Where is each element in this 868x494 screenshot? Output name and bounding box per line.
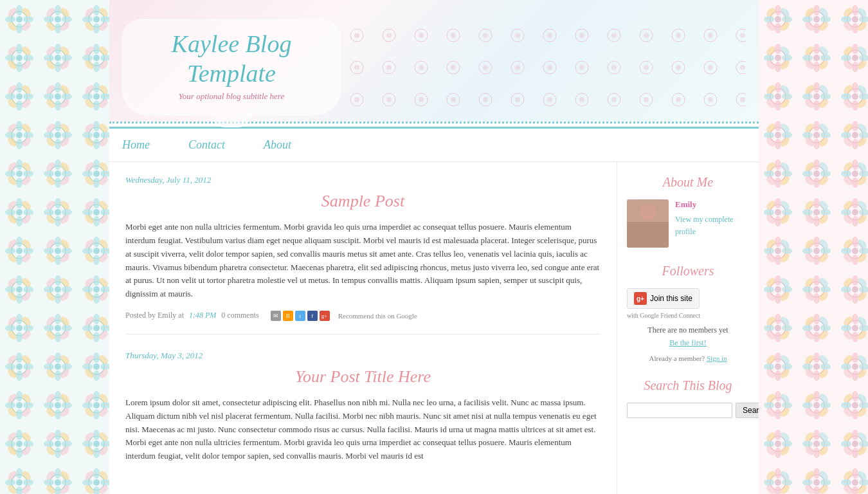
- sidebar: About Me Emily View my complete profile …: [617, 162, 759, 494]
- post-1-body: Morbi eget ante non nulla ultricies ferm…: [125, 221, 601, 301]
- search-box: Search: [627, 403, 749, 418]
- nav-home[interactable]: Home: [122, 138, 150, 152]
- blog-subtitle: Your optional blog subtitle here: [149, 91, 314, 102]
- join-site-button[interactable]: g+ Join this site: [627, 288, 700, 309]
- facebook-share-icon[interactable]: f: [307, 311, 318, 321]
- title-box: Kaylee Blog Template Your optional blog …: [122, 19, 341, 115]
- post-1-footer: Posted by Emily at 1:48 PM 0 comments ✉ …: [125, 311, 601, 334]
- header-pattern: [341, 19, 746, 109]
- about-me-title: About Me: [627, 175, 749, 190]
- no-members-text: There are no members yet: [627, 325, 749, 335]
- about-me-section: About Me Emily View my complete profile: [627, 175, 749, 248]
- join-label: Join this site: [650, 294, 692, 303]
- search-title: Search This Blog: [627, 378, 749, 393]
- sign-in-link[interactable]: Sign in: [707, 354, 727, 362]
- about-me-content: Emily View my complete profile: [627, 199, 749, 248]
- share-icons-1: ✉ B t f g+: [271, 311, 330, 321]
- content-wrapper: Wednesday, July 11, 2012 Sample Post Mor…: [109, 162, 759, 494]
- twitter-share-icon[interactable]: t: [295, 311, 305, 321]
- followers-title: Followers: [627, 264, 749, 279]
- avatar: [627, 199, 669, 248]
- email-share-icon[interactable]: ✉: [271, 311, 281, 321]
- main-content: Wednesday, July 11, 2012 Sample Post Mor…: [109, 162, 617, 494]
- followers-section: Followers g+ Join this site with Google …: [627, 264, 749, 362]
- nav-contact[interactable]: Contact: [188, 138, 225, 152]
- search-section: Search This Blog Search: [627, 378, 749, 418]
- post-1: Wednesday, July 11, 2012 Sample Post Mor…: [125, 175, 601, 334]
- connect-text: with Google Friend Connect: [627, 312, 749, 319]
- avatar-info: Emily View my complete profile: [675, 199, 749, 237]
- post-1-author-label: Posted by Emily at: [125, 311, 184, 320]
- left-decoration: [0, 0, 109, 494]
- post-1-title: Sample Post: [125, 192, 601, 211]
- post-2-date: Thursday, May 3, 2012: [125, 351, 601, 361]
- gplus-share-icon[interactable]: g+: [320, 311, 330, 321]
- post-2: Thursday, May 3, 2012 Your Post Title He…: [125, 351, 601, 463]
- author-name: Emily: [675, 199, 749, 210]
- post-2-title: Your Post Title Here: [125, 367, 601, 387]
- google-icon: g+: [634, 292, 647, 305]
- post-2-body: Lorem ipsum dolor sit amet, consectetur …: [125, 396, 601, 463]
- right-decoration: [759, 0, 868, 494]
- navigation: Home Contact About: [109, 129, 759, 162]
- already-member-text: Already a member? Sign in: [627, 354, 749, 362]
- blog-share-icon[interactable]: B: [283, 311, 293, 321]
- post-1-time[interactable]: 1:48 PM: [189, 311, 216, 320]
- be-first-link[interactable]: Be the first!: [627, 338, 749, 348]
- post-1-comments[interactable]: 0 comments: [221, 311, 258, 320]
- post-1-date: Wednesday, July 11, 2012: [125, 175, 601, 185]
- dotted-divider: [109, 122, 759, 127]
- blog-title: Kaylee Blog Template: [149, 30, 314, 88]
- recommend-text: Recommend this on Google: [338, 312, 417, 320]
- view-profile-link[interactable]: View my complete profile: [675, 215, 734, 236]
- site-header: Kaylee Blog Template Your optional blog …: [109, 0, 759, 129]
- search-input[interactable]: [627, 403, 732, 418]
- nav-about[interactable]: About: [264, 138, 291, 152]
